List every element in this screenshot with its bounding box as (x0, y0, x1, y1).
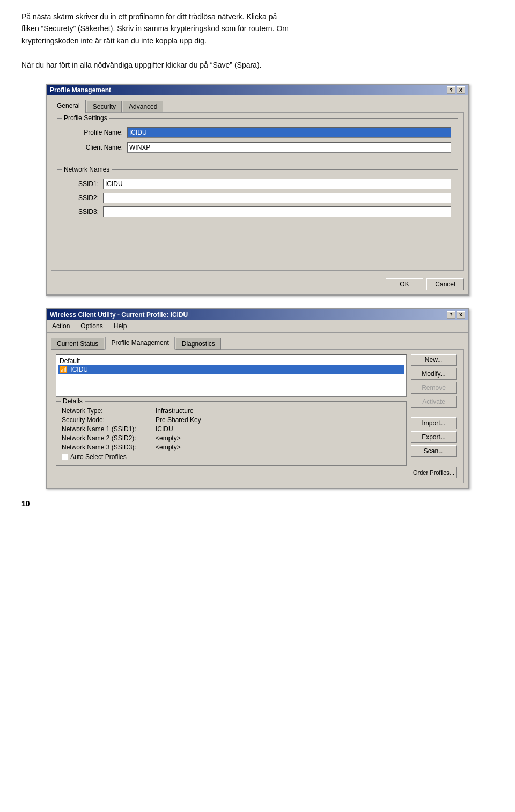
client-name-row: Client Name: (64, 142, 451, 153)
profile-management-dialog: Profile Management ? X General Security … (46, 84, 469, 296)
network-name2-row: Network Name 2 (SSID2): <empty> (62, 434, 401, 442)
network-type-label: Network Type: (62, 407, 156, 415)
network-type-row: Network Type: Infrastructure (62, 407, 401, 415)
wcu-right-panel: New... Modify... Remove Activate Import.… (411, 354, 459, 478)
profile-list: Default 📶 ICIDU (56, 354, 407, 397)
profile-settings-label: Profile Settings (62, 114, 109, 122)
dialog2-title: Wireless Client Utility - Current Profil… (50, 311, 188, 319)
network-name3-row: Network Name 3 (SSID3): <empty> (62, 444, 401, 451)
import-button[interactable]: Import... (411, 417, 457, 429)
ssid1-label: SSID1: (64, 180, 99, 188)
cancel-button[interactable]: Cancel (426, 278, 464, 290)
wireless-client-utility-dialog: Wireless Client Utility - Current Profil… (46, 308, 469, 489)
wcu-left-panel: Default 📶 ICIDU Details Network Type: (56, 354, 407, 478)
order-profiles-button[interactable]: Order Profiles... (411, 467, 457, 478)
dialog1-footer: OK Cancel (47, 275, 468, 294)
auto-select-row: Auto Select Profiles (62, 453, 401, 461)
wcu-tabs-row: Current Status Profile Management Diagno… (51, 337, 464, 350)
dialog1-titlebar-buttons: ? X (447, 86, 465, 94)
network-name2-value: <empty> (156, 434, 181, 442)
dialog2-titlebar-buttons: ? X (447, 311, 465, 319)
profile-icon: 📶 (60, 366, 68, 373)
auto-select-label: Auto Select Profiles (70, 453, 127, 461)
ssid2-row: SSID2: (64, 193, 451, 203)
network-name3-value: <empty> (156, 444, 181, 451)
client-name-input[interactable] (127, 142, 451, 153)
ssid2-label: SSID2: (64, 194, 99, 202)
wcu-tab-panel: Default 📶 ICIDU Details Network Type: (51, 349, 464, 483)
dialog1-title: Profile Management (50, 86, 111, 94)
network-name1-value: ICIDU (156, 425, 173, 433)
ssid1-row: SSID1: (64, 179, 451, 189)
menu-options[interactable]: Options (78, 321, 105, 331)
network-name2-label: Network Name 2 (SSID2): (62, 434, 156, 442)
auto-select-checkbox[interactable] (62, 454, 68, 460)
dialog1-close-button[interactable]: X (457, 86, 465, 94)
body-text: På nästa skärm skriver du in ett profiln… (21, 11, 494, 71)
ssid2-input[interactable] (103, 193, 451, 203)
wcu-main-content: Default 📶 ICIDU Details Network Type: (52, 350, 464, 483)
tab-general[interactable]: General (51, 100, 86, 113)
network-name3-label: Network Name 3 (SSID3): (62, 444, 156, 451)
security-mode-row: Security Mode: Pre Shared Key (62, 416, 401, 424)
page-number: 10 (21, 499, 494, 508)
details-group-label: Details (61, 397, 85, 405)
network-type-value: Infrastructure (156, 407, 194, 415)
security-mode-label: Security Mode: (62, 416, 156, 424)
tab-diagnostics[interactable]: Diagnostics (176, 338, 221, 350)
tab-current-status[interactable]: Current Status (51, 338, 104, 350)
network-names-group: Network Names SSID1: SSID2: SSID3: (57, 169, 458, 227)
dialog1-titlebar: Profile Management ? X (47, 85, 468, 95)
network-names-label: Network Names (62, 166, 112, 173)
network-name1-row: Network Name 1 (SSID1): ICIDU (62, 425, 401, 433)
dialog1-content: General Security Advanced Profile Settin… (47, 95, 468, 275)
profile-name-input[interactable] (127, 127, 451, 138)
ssid3-input[interactable] (103, 206, 451, 217)
ssid3-row: SSID3: (64, 206, 451, 217)
activate-button[interactable]: Activate (411, 396, 457, 408)
profile-name-row: Profile Name: (64, 127, 451, 138)
body-line3: krypteringskoden inte är rätt kan du int… (21, 36, 207, 45)
dialog2-help-button[interactable]: ? (447, 311, 455, 319)
dialog1-tabs-row: General Security Advanced (51, 100, 464, 113)
modify-button[interactable]: Modify... (411, 368, 457, 380)
profile-settings-group: Profile Settings Profile Name: Client Na… (57, 118, 458, 164)
security-mode-value: Pre Shared Key (156, 416, 201, 424)
profile-default-label: Default (60, 357, 80, 365)
tab-security[interactable]: Security (87, 101, 122, 113)
dialog2-content: Current Status Profile Management Diagno… (47, 333, 468, 488)
body-line1: På nästa skärm skriver du in ett profiln… (21, 12, 277, 21)
profile-icidu[interactable]: 📶 ICIDU (58, 365, 404, 374)
menu-action[interactable]: Action (50, 321, 72, 331)
dialog1-tab-panel: Profile Settings Profile Name: Client Na… (51, 112, 464, 271)
body-line2: fliken “Securety” (Säkerhet). Skriv in s… (21, 24, 289, 33)
tab-profile-management[interactable]: Profile Management (105, 337, 174, 350)
dialog1-help-button[interactable]: ? (447, 86, 455, 94)
dialog2-close-button[interactable]: X (457, 311, 465, 319)
details-group: Details Network Type: Infrastructure Sec… (56, 401, 407, 466)
ok-button[interactable]: OK (386, 278, 423, 290)
ssid3-label: SSID3: (64, 208, 99, 216)
new-button[interactable]: New... (411, 354, 457, 366)
profile-icidu-label: ICIDU (70, 366, 88, 373)
body-line4: När du har fört in alla nödvändiga uppgi… (21, 61, 261, 69)
ssid1-input[interactable] (103, 179, 451, 189)
tab-advanced[interactable]: Advanced (123, 101, 163, 113)
network-name1-label: Network Name 1 (SSID1): (62, 425, 156, 433)
remove-button[interactable]: Remove (411, 382, 457, 394)
scan-button[interactable]: Scan... (411, 445, 457, 457)
dialog2-titlebar: Wireless Client Utility - Current Profil… (47, 309, 468, 320)
export-button[interactable]: Export... (411, 431, 457, 443)
client-name-label: Client Name: (64, 144, 123, 151)
profile-name-label: Profile Name: (64, 129, 123, 136)
wcu-menubar: Action Options Help (47, 320, 468, 333)
menu-help[interactable]: Help (112, 321, 129, 331)
profile-default[interactable]: Default (58, 357, 404, 365)
